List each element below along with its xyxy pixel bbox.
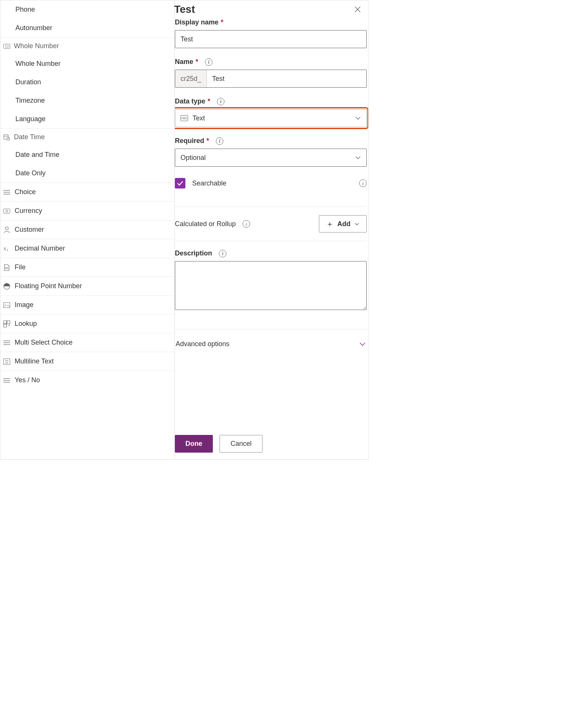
info-icon[interactable]: i — [359, 179, 367, 187]
datatype-group-whole-number: 123 Whole Number Whole Number Duration T… — [0, 37, 174, 128]
divider — [175, 329, 367, 330]
name-label: Name * i — [175, 58, 212, 66]
datatype-option-label: File — [15, 263, 26, 271]
image-icon — [3, 302, 10, 309]
datatype-option-label: Decimal Number — [15, 245, 65, 252]
datatype-option-yes-no[interactable]: Yes / No — [0, 371, 174, 389]
datatype-option-floating-point[interactable]: Floating Point Number — [0, 277, 174, 295]
datatype-option-decimal-number[interactable]: X2 Decimal Number — [0, 239, 174, 258]
datatype-option-currency[interactable]: Currency — [0, 201, 174, 220]
field-searchable: Searchable i — [175, 176, 367, 188]
field-description: Description i — [175, 249, 367, 311]
field-calculated-rollup: Calculated or Rollup i ＋ Add — [175, 215, 367, 233]
divider — [175, 241, 367, 241]
datatype-option-choice[interactable]: Choice — [0, 182, 174, 201]
datatype-option-date-only[interactable]: Date Only — [0, 164, 174, 182]
svg-point-12 — [5, 227, 8, 230]
column-properties-panel: Test Display name * Name * i — [175, 0, 368, 459]
group-header-label: Date Time — [14, 133, 45, 141]
datatype-option-image[interactable]: Image — [0, 295, 174, 314]
list-icon — [3, 377, 10, 384]
footer-bar: Done Cancel — [175, 429, 367, 459]
name-input[interactable] — [207, 70, 366, 87]
datatype-option-phone[interactable]: Phone — [0, 0, 174, 19]
datatype-option-autonumber[interactable]: Autonumber — [0, 19, 174, 37]
datatype-option-duration[interactable]: Duration — [0, 73, 174, 91]
chevron-down-icon — [354, 222, 360, 226]
abc-icon: Abc — [181, 115, 188, 121]
chevron-down-icon — [355, 116, 361, 120]
calendar-clock-icon — [3, 134, 10, 141]
datatype-option-timezone[interactable]: Timezone — [0, 91, 174, 110]
currency-icon — [3, 208, 10, 214]
close-button[interactable] — [352, 3, 364, 15]
add-button-label: Add — [337, 220, 350, 228]
svg-rect-18 — [3, 302, 10, 308]
svg-rect-10 — [3, 209, 10, 213]
float-icon — [3, 283, 10, 290]
searchable-checkbox[interactable] — [175, 178, 185, 188]
svg-text:2: 2 — [7, 249, 8, 252]
datatype-option-date-and-time[interactable]: Date and Time — [0, 146, 174, 164]
data-type-picker[interactable]: Phone Autonumber 123 Whole Number Whole … — [0, 0, 175, 459]
data-type-value: Text — [193, 114, 205, 122]
datatype-option-label: Whole Number — [15, 60, 61, 68]
name-input-wrapper: cr25d_ — [175, 70, 367, 88]
datatype-option-label: Choice — [15, 188, 36, 196]
advanced-options-toggle[interactable]: Advanced options — [175, 338, 367, 350]
datatype-option-label: Timezone — [15, 97, 45, 105]
info-icon[interactable]: i — [243, 220, 250, 228]
datatype-option-whole-number[interactable]: Whole Number — [0, 55, 174, 73]
add-button[interactable]: ＋ Add — [319, 215, 367, 233]
svg-rect-21 — [4, 324, 7, 327]
cancel-button[interactable]: Cancel — [220, 435, 262, 453]
svg-text:def: def — [5, 362, 8, 364]
datatype-option-label: Date Only — [15, 169, 46, 177]
info-icon[interactable]: i — [219, 250, 226, 257]
list-icon — [3, 189, 10, 196]
datatype-option-label: Multiline Text — [15, 357, 54, 365]
svg-text:123: 123 — [5, 45, 9, 48]
group-header-date-time: Date Time — [0, 129, 174, 146]
svg-text:Abc: Abc — [5, 359, 9, 362]
datatype-option-label: Floating Point Number — [15, 282, 82, 290]
data-type-select[interactable]: Abc Text — [175, 109, 367, 127]
required-label: Required * i — [175, 137, 223, 145]
datatype-option-file[interactable]: File — [0, 258, 174, 277]
datatype-option-multi-select-choice[interactable]: Multi Select Choice — [0, 333, 174, 352]
plus-icon: ＋ — [326, 219, 334, 229]
person-icon — [3, 226, 10, 233]
datatype-option-label: Multi Select Choice — [15, 339, 73, 347]
list-icon — [3, 339, 10, 346]
field-data-type: Data type * i Abc Text — [175, 97, 367, 127]
display-name-input[interactable] — [175, 30, 367, 48]
display-name-label: Display name * — [175, 18, 223, 26]
field-required: Required * i Optional — [175, 137, 367, 167]
required-select[interactable]: Optional — [175, 149, 367, 167]
svg-text:+: + — [8, 323, 10, 327]
info-icon[interactable]: i — [205, 58, 212, 66]
lookup-icon: + — [3, 321, 10, 327]
name-prefix: cr25d_ — [175, 70, 207, 87]
decimal-icon: X2 — [3, 245, 10, 252]
calc-rollup-label: Calculated or Rollup — [175, 220, 236, 228]
close-icon — [354, 6, 361, 13]
datatype-option-customer[interactable]: Customer — [0, 220, 174, 239]
required-asterisk: * — [208, 97, 210, 105]
datatype-option-lookup[interactable]: + Lookup — [0, 314, 174, 333]
check-icon — [177, 181, 184, 186]
datatype-option-multiline-text[interactable]: Abcdef Multiline Text — [0, 352, 174, 371]
panel-header: Test — [175, 0, 368, 18]
field-display-name: Display name * — [175, 18, 367, 48]
datatype-option-language[interactable]: Language — [0, 110, 174, 128]
datatype-option-label: Language — [15, 115, 46, 123]
datatype-option-label: Currency — [15, 207, 42, 215]
datatype-option-label: Customer — [15, 226, 44, 234]
description-textarea[interactable] — [175, 261, 367, 310]
info-icon[interactable]: i — [216, 137, 223, 145]
datatype-option-label: Yes / No — [15, 376, 40, 384]
required-asterisk: * — [196, 58, 198, 66]
done-button[interactable]: Done — [175, 435, 213, 453]
multiline-text-icon: Abcdef — [3, 358, 10, 365]
info-icon[interactable]: i — [217, 98, 225, 105]
